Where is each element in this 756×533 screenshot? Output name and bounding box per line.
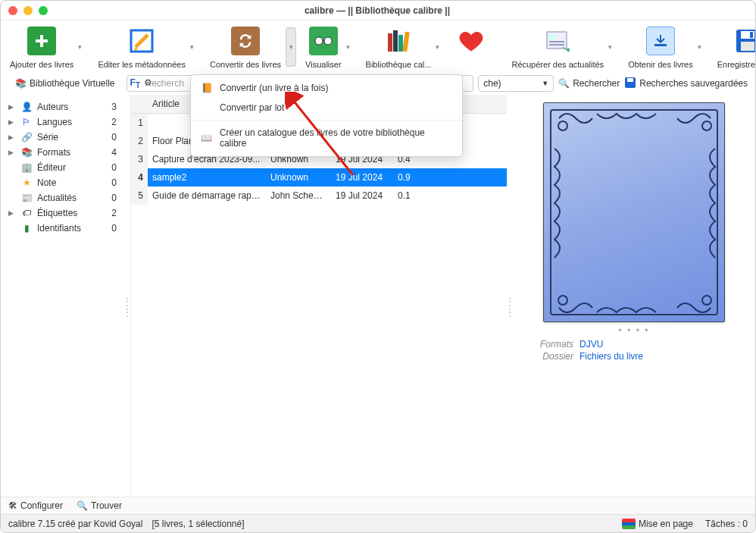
svg-point-4 bbox=[324, 37, 332, 45]
row-index: 1 bbox=[131, 114, 148, 132]
menu-create-catalog[interactable]: 📖 Créer un catalogue des livres de votre… bbox=[191, 123, 462, 153]
menu-convert-individually[interactable]: 📙 Convertir (un livre à la fois) bbox=[191, 78, 462, 98]
row-size: 0.9 bbox=[393, 168, 439, 187]
category-icon: ★ bbox=[20, 177, 33, 188]
library-dropdown[interactable]: ▾ bbox=[436, 43, 443, 51]
resize-handle-dots[interactable]: • • • • bbox=[528, 325, 740, 336]
sidebar-item-série[interactable]: ▶🔗Série0 bbox=[4, 130, 121, 145]
convert-dropdown-menu: 📙 Convertir (un livre à la fois) Convert… bbox=[190, 74, 463, 157]
virtual-library-label: Bibliothèque Virtuelle bbox=[30, 78, 115, 89]
add-books-dropdown[interactable]: ▾ bbox=[78, 43, 86, 51]
edit-metadata-label: Editer les métadonnées bbox=[98, 60, 186, 69]
sidebar-item-count: 2 bbox=[111, 208, 117, 218]
table-row[interactable]: 5Guide de démarrage rapideJohn Schember1… bbox=[131, 187, 507, 205]
convert-books-dropdown[interactable]: ▾ bbox=[286, 27, 296, 67]
donate-button[interactable] bbox=[452, 25, 490, 60]
sidebar-item-label: Note bbox=[37, 177, 56, 188]
convert-books-button[interactable]: Convertir des livres bbox=[207, 25, 284, 69]
row-index: 2 bbox=[131, 132, 148, 150]
search-history-text: che) bbox=[483, 78, 501, 89]
find-label: Trouver bbox=[91, 500, 122, 511]
sidebar-item-count: 0 bbox=[111, 177, 117, 188]
svg-rect-5 bbox=[388, 33, 392, 52]
status-bar: calibre 7.15 créé par Kovid Goyal [5 liv… bbox=[1, 514, 755, 532]
row-index: 3 bbox=[131, 150, 148, 168]
sidebar-item-count: 0 bbox=[111, 223, 117, 234]
sidebar-item-label: Éditeur bbox=[37, 162, 66, 173]
svg-rect-7 bbox=[398, 35, 403, 52]
sidebar-item-count: 0 bbox=[111, 193, 117, 203]
book-list: Ariticle 12Floor PlanLIN, EMILY19 Jul 20… bbox=[130, 95, 507, 519]
library-button[interactable]: Bibliothèque cal... bbox=[363, 25, 435, 69]
category-icon: 🔗 bbox=[20, 132, 33, 143]
row-date: 19 Jul 2024 bbox=[331, 187, 393, 205]
disclosure-triangle-icon: ▶ bbox=[8, 149, 14, 156]
get-books-button[interactable]: Obtenir des livres bbox=[625, 25, 696, 69]
view-button[interactable]: Visualiser bbox=[302, 25, 345, 69]
sidebar-item-éditeur[interactable]: 🏢Éditeur0 bbox=[4, 160, 121, 175]
search-button[interactable]: 🔍 Rechercher bbox=[558, 78, 620, 89]
fetch-news-label: Récupérer des actualités bbox=[511, 60, 604, 69]
menu-convert-bulk[interactable]: Convertir par lot bbox=[191, 98, 462, 118]
svg-rect-19 bbox=[627, 78, 633, 82]
row-title: Guide de démarrage rapide bbox=[148, 187, 266, 205]
svg-rect-10 bbox=[549, 35, 556, 39]
virtual-library-button[interactable]: 📚 Bibliothèque Virtuelle bbox=[8, 75, 122, 92]
row-size: 0.1 bbox=[393, 187, 439, 205]
sidebar-item-identifiants[interactable]: ▮Identifiants0 bbox=[4, 221, 121, 236]
svg-rect-8 bbox=[402, 32, 410, 52]
splitter-handle-right[interactable]: ⋮⋮ bbox=[507, 95, 513, 519]
get-books-dropdown[interactable]: ▾ bbox=[698, 43, 705, 51]
sidebar-item-note[interactable]: ★Note0 bbox=[4, 175, 121, 190]
add-books-label: Ajouter des livres bbox=[10, 60, 73, 69]
book-cover[interactable] bbox=[543, 102, 725, 322]
row-index: 5 bbox=[131, 187, 148, 205]
chevron-down-icon: ▼ bbox=[542, 80, 548, 87]
sidebar-item-count: 4 bbox=[111, 147, 117, 158]
configure-button[interactable]: 🛠 Configurer bbox=[8, 500, 63, 511]
sidebar-item-actualités[interactable]: 📰Actualités0 bbox=[4, 190, 121, 205]
table-row[interactable]: 4sample2Unknown19 Jul 20240.9 bbox=[131, 168, 507, 187]
edit-metadata-button[interactable]: Editer les métadonnées bbox=[95, 25, 189, 69]
fetch-news-dropdown[interactable]: ▾ bbox=[608, 43, 616, 51]
edit-metadata-dropdown[interactable]: ▾ bbox=[190, 43, 198, 51]
main-toolbar: Ajouter des livres ▾ Editer les métadonn… bbox=[1, 20, 755, 72]
col-index bbox=[131, 95, 148, 113]
save-to-disk-label: Enregistrer sous bbox=[717, 60, 756, 69]
find-button[interactable]: 🔍 Trouver bbox=[77, 500, 122, 511]
sidebar-item-étiquettes[interactable]: ▶🏷Étiquettes2 bbox=[4, 205, 121, 221]
minimize-window-button[interactable] bbox=[23, 6, 33, 15]
folder-value[interactable]: Fichiers du livre bbox=[579, 351, 643, 362]
svg-point-22 bbox=[558, 296, 567, 305]
category-icon: 🏷 bbox=[20, 208, 33, 218]
title-bar: calibre — || Bibliothèque calibre || bbox=[1, 1, 755, 20]
search-history-combo[interactable]: che) ▼ bbox=[478, 75, 554, 92]
convert-books-label: Convertir des livres bbox=[210, 60, 281, 69]
close-window-button[interactable] bbox=[8, 6, 17, 15]
category-icon: 📚 bbox=[20, 147, 33, 158]
save-to-disk-button[interactable]: Enregistrer sous bbox=[714, 25, 756, 69]
sidebar-item-formats[interactable]: ▶📚Formats4 bbox=[4, 145, 121, 160]
view-label: Visualiser bbox=[305, 60, 342, 69]
sidebar-item-langues[interactable]: ▶🏳Langues2 bbox=[4, 114, 121, 130]
sidebar-item-count: 3 bbox=[111, 102, 117, 112]
sidebar-item-count: 0 bbox=[111, 162, 117, 173]
sidebar-item-count: 0 bbox=[111, 132, 117, 143]
splitter-handle-left[interactable]: ⋮⋮ bbox=[124, 95, 130, 519]
view-dropdown[interactable]: ▾ bbox=[346, 43, 354, 51]
formats-value[interactable]: DJVU bbox=[579, 339, 603, 350]
formats-key: Formats bbox=[528, 339, 573, 350]
fetch-news-button[interactable]: Récupérer des actualités bbox=[508, 25, 607, 69]
window-title: calibre — || Bibliothèque calibre || bbox=[48, 5, 707, 16]
layout-button[interactable]: Mise en page bbox=[622, 519, 693, 529]
wrench-icon: 🛠 bbox=[8, 500, 17, 511]
sidebar-item-auteurs[interactable]: ▶👤Auteurs3 bbox=[4, 99, 121, 114]
add-books-button[interactable]: Ajouter des livres bbox=[7, 25, 77, 69]
saved-searches-button[interactable]: Recherches sauvegardées bbox=[624, 77, 748, 91]
sidebar-item-label: Langues bbox=[37, 117, 72, 127]
category-icon: ▮ bbox=[20, 223, 33, 234]
jobs-button[interactable]: Tâches : 0 bbox=[705, 519, 748, 529]
svg-rect-12 bbox=[549, 44, 564, 45]
gear-icon[interactable]: ⚙ bbox=[144, 77, 152, 88]
zoom-window-button[interactable] bbox=[39, 6, 48, 15]
